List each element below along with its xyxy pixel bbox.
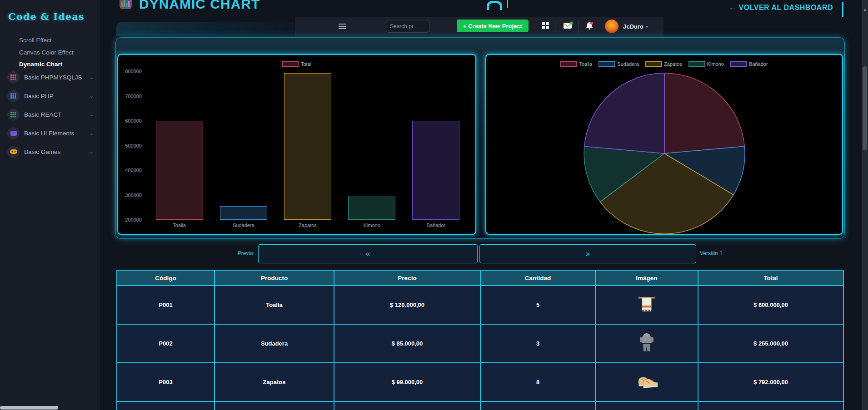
bell-icon[interactable] — [585, 21, 594, 32]
sidebar-item-label: Scroll Effect — [19, 37, 52, 44]
previous-version-button[interactable]: « — [258, 244, 478, 263]
sidebar-group-basic-ui-elements[interactable]: Basic UI Elements⌄ — [7, 127, 96, 139]
y-axis-tick: 800000 — [119, 69, 142, 74]
product-image-tracksuit — [595, 324, 698, 363]
create-new-project-button[interactable]: + Create New Project — [457, 20, 529, 32]
sidebar-item-canvas-color-effect[interactable]: Canvas Color Effect — [19, 49, 92, 56]
column-header-producto: Producto — [215, 270, 334, 286]
table-row: P002Sudadera$ 85.000,003$ 255.000,00 — [117, 324, 843, 363]
gamepad-orange-icon — [7, 146, 20, 158]
table-cell — [334, 401, 480, 410]
chevron-down-icon: ⌄ — [90, 93, 94, 99]
table-cell: $ 255.000,00 — [698, 324, 843, 363]
sidebar-group-label: Basic REACT — [24, 111, 90, 118]
avatar[interactable] — [605, 20, 619, 33]
table-cell: $ 99.000,00 — [334, 363, 480, 401]
sidebar-item-label: Dynamic Chart — [19, 61, 62, 68]
scroll-up-arrow-icon[interactable]: ▲ — [863, 7, 867, 12]
table-row: P003Zapatos$ 99.000,008$ 792.000,00 — [117, 363, 843, 401]
chevron-down-icon: ⌄ — [90, 130, 94, 136]
clipped-arch-icon — [487, 1, 502, 10]
pie-slice-toalla — [664, 73, 744, 153]
column-header-código: Código — [117, 270, 215, 286]
table-cell — [215, 401, 334, 410]
bar-kimono — [348, 196, 395, 220]
sidebar-group-basic-react[interactable]: Basic REACT⌄ — [7, 108, 96, 121]
sidebar: Code & Ideas Scroll Effect Canvas Color … — [0, 0, 100, 410]
bar-zapatos — [284, 73, 331, 220]
sidebar-group-label: Basic Games — [24, 148, 90, 155]
table-cell: 8 — [480, 363, 595, 401]
grid-green-icon — [7, 109, 20, 121]
sidebar-group-basic-php[interactable]: Basic PHP⌄ — [7, 89, 96, 102]
chevron-down-icon: ⌄ — [90, 74, 94, 80]
vertical-scrollbar-track[interactable] — [862, 0, 868, 410]
y-axis-tick: 200000 — [119, 217, 142, 222]
y-axis-tick: 300000 — [119, 193, 142, 198]
table-cell: P003 — [117, 363, 215, 401]
navbar-divider — [555, 21, 555, 33]
page-title: DYNAMIC CHART — [139, 0, 260, 12]
chevron-down-icon: ⌄ — [90, 112, 94, 118]
bar-chart-emoji-icon — [119, 0, 133, 12]
clipped-tick-decoration — [507, 0, 508, 8]
vertical-scrollbar-thumb[interactable] — [863, 66, 867, 150]
bar-sudadera — [220, 206, 267, 220]
app-logo: Code & Ideas — [8, 11, 85, 22]
table-cell: $ 600.000,00 — [698, 286, 843, 324]
sidebar-group-label: Basic PHP — [24, 93, 90, 99]
table-cell: P002 — [117, 324, 215, 363]
legend-swatch — [282, 61, 299, 67]
search-input[interactable] — [386, 20, 429, 33]
pie-chart — [486, 55, 842, 234]
table-cell: Toalla — [215, 286, 334, 324]
table-cell: Zapatos — [215, 363, 334, 401]
table-cell — [117, 401, 215, 410]
table-cell: 3 — [480, 324, 595, 363]
table-cell: $ 792.000,00 — [698, 363, 843, 401]
next-version-button[interactable]: » — [479, 244, 696, 263]
x-axis-label: Bañador — [404, 222, 468, 228]
sidebar-item-scroll-effect[interactable]: Scroll Effect — [19, 37, 92, 44]
chevron-down-icon[interactable]: ▾ — [646, 24, 648, 29]
column-header-precio: Precio — [334, 270, 480, 286]
table-cell: $ 120.000,00 — [334, 286, 480, 324]
bar-chart-legend: Total — [118, 61, 475, 67]
legend-item-total[interactable]: Total — [282, 61, 311, 67]
pie-slice-bañador — [584, 73, 664, 153]
table-row: P001Toalla$ 120.000,005$ 600.000,00 — [117, 286, 843, 324]
square-purple-icon — [7, 127, 20, 139]
back-to-dashboard-link[interactable]: ← VOLVER AL DASHBOARD — [729, 4, 833, 12]
bar-chart-card: 8000007000006000005000004000003000002000… — [117, 54, 476, 235]
bar-bañador — [412, 121, 459, 220]
x-axis-label: Sudadera — [211, 222, 275, 228]
apps-grid-icon[interactable] — [541, 21, 549, 31]
y-axis-tick: 400000 — [119, 168, 142, 173]
y-axis-tick: 700000 — [119, 94, 142, 99]
product-image-kimono — [595, 401, 698, 410]
product-image-sneakers — [595, 363, 698, 401]
bar-toalla — [156, 121, 203, 220]
version-label: Versión 1 — [700, 250, 723, 257]
horizontal-scrollbar-thumb[interactable] — [0, 406, 58, 410]
sidebar-group-label: Basic UI Elements — [24, 130, 90, 137]
panel-glow-band — [116, 22, 296, 36]
table-cell: $ 85.000,00 — [334, 324, 480, 363]
table-row — [117, 401, 843, 410]
user-name[interactable]: JcDuro — [623, 23, 644, 30]
products-table: CódigoProductoPrecioCantidadImágenTotal … — [116, 270, 843, 410]
sidebar-item-dynamic-chart[interactable]: Dynamic Chart — [19, 61, 92, 68]
column-header-cantidad: Cantidad — [480, 270, 595, 286]
legend-label: Total — [301, 61, 311, 67]
mail-icon[interactable] — [563, 21, 573, 32]
table-cell — [480, 401, 595, 410]
hamburger-menu-icon[interactable] — [339, 24, 346, 29]
column-header-imágen: Imágen — [595, 270, 698, 286]
top-navbar: + Create New Project JcDuro ▾ — [295, 17, 663, 36]
grid-red-icon — [7, 71, 20, 84]
sidebar-group-basic-phpmysqljs[interactable]: Basic PHPMYSQLJS⌄ — [7, 71, 96, 84]
sidebar-group-basic-games[interactable]: Basic Games⌄ — [7, 145, 96, 158]
y-axis-tick: 600000 — [119, 118, 142, 123]
chevron-down-icon: ⌄ — [90, 149, 94, 155]
sidebar-item-label: Canvas Color Effect — [19, 49, 74, 56]
